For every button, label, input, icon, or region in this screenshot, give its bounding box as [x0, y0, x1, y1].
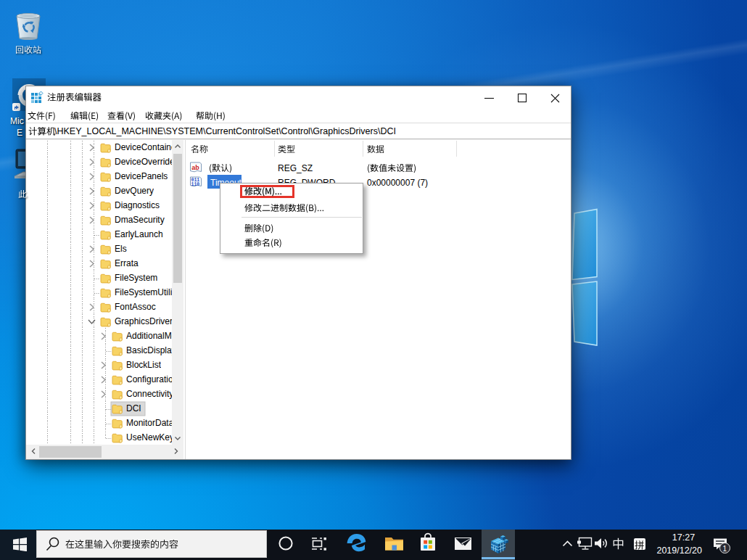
svg-text:ab: ab — [191, 164, 199, 171]
svg-text:110: 110 — [191, 182, 200, 187]
